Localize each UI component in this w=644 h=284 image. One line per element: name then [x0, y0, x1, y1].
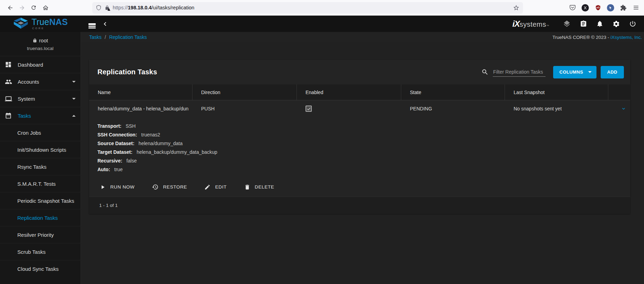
brand-core-label: CORE	[32, 27, 68, 30]
sidebar-item-rsync-tasks[interactable]: Rsync Tasks	[0, 158, 80, 175]
trash-icon	[244, 184, 250, 190]
sidebar-item-replication-tasks[interactable]: Replication Tasks	[0, 209, 80, 226]
column-header-last-snapshot[interactable]: Last Snapshot	[505, 84, 608, 100]
pagination-range: 1 - 1 of 1	[99, 203, 118, 208]
sidebar-item-system[interactable]: System	[0, 90, 80, 107]
truenas-logo: TrueNAS CORE	[0, 17, 81, 31]
pocket-extension-icon[interactable]	[569, 4, 576, 11]
browser-toolbar: https://198.18.0.4/ui/tasks/replication …	[0, 0, 644, 16]
play-icon	[100, 184, 106, 190]
back-arrow-icon	[7, 5, 14, 11]
settings-button[interactable]	[612, 20, 620, 28]
add-button[interactable]: ADD	[601, 66, 624, 78]
url-text[interactable]: https://198.18.0.4/ui/tasks/replication	[113, 5, 510, 10]
column-header-direction[interactable]: Direction	[192, 84, 297, 100]
delete-button[interactable]: DELETE	[244, 184, 274, 190]
cell-enabled	[297, 106, 401, 112]
sidebar-item-cron-jobs[interactable]: Cron Jobs	[0, 124, 80, 141]
ix-logo-text: systems	[520, 20, 546, 28]
sidebar-item-init-shutdown-scripts[interactable]: Init/Shutdown Scripts	[0, 141, 80, 158]
lock-icon[interactable]	[105, 5, 110, 10]
sidebar-user-block: root truenas.local	[0, 32, 80, 56]
collapse-chevron-button[interactable]	[101, 20, 109, 28]
browser-back-button[interactable]	[4, 2, 16, 14]
table-row[interactable]: helena/dummy_data - helena_backup/dun PU…	[89, 100, 630, 117]
copyright-notice: TrueNAS CORE® © 2023 - iXsystems, Inc.	[552, 35, 642, 40]
detail-source-dataset: Source Dataset:helena/dummy_data	[97, 139, 622, 148]
columns-button[interactable]: COLUMNS	[553, 66, 596, 78]
pagination-bar: 1 - 1 of 1	[89, 197, 630, 214]
sidebar-item-accounts[interactable]: Accounts	[0, 73, 80, 90]
clipboard-icon	[580, 20, 587, 27]
brand-nas: NAS	[49, 17, 68, 27]
power-button[interactable]	[629, 20, 636, 27]
extensions-puzzle-icon[interactable]	[619, 4, 627, 11]
browser-home-button[interactable]	[40, 2, 51, 14]
chevron-down-icon	[621, 106, 626, 111]
notifications-button[interactable]	[596, 20, 603, 27]
breadcrumb-tasks-link[interactable]: Tasks	[89, 34, 102, 40]
ublock-extension-icon[interactable]: uO	[594, 4, 602, 11]
breadcrumb-separator: /	[102, 34, 109, 40]
detail-recursive: Recursive:false	[97, 157, 622, 165]
browser-menu-icon[interactable]	[632, 4, 640, 11]
edit-button[interactable]: EDIT	[204, 184, 226, 190]
detail-ssh-connection: SSH Connection:truenas2	[97, 131, 622, 139]
lock-icon	[33, 38, 37, 43]
restore-button[interactable]: RESTORE	[152, 184, 187, 190]
column-header-enabled[interactable]: Enabled	[297, 84, 401, 100]
copyright-text: TrueNAS CORE® © 2023 -	[552, 35, 610, 40]
url-scheme: https://	[113, 5, 128, 10]
lock-warning-badge	[108, 8, 110, 11]
shield-icon[interactable]	[96, 5, 102, 11]
hostname: truenas.local	[0, 46, 80, 51]
row-details: Transport:SSH SSH Connection:truenas2 So…	[89, 117, 630, 180]
row-expand-button[interactable]	[608, 106, 630, 111]
cell-state: PENDING	[401, 106, 505, 111]
cell-last-snapshot: No snapshots sent yet	[505, 106, 608, 111]
browser-forward-button[interactable]	[16, 2, 28, 14]
ixsystems-link[interactable]: iXsystems, Inc.	[610, 35, 642, 40]
jobs-button[interactable]	[580, 20, 587, 27]
sidebar-item-dashboard[interactable]: Dashboard	[0, 56, 80, 73]
breadcrumb: Tasks/Replication Tasks	[89, 34, 147, 40]
sidebar-item-smart-tests[interactable]: S.M.A.R.T. Tests	[0, 175, 80, 192]
sidebar-item-periodic-snapshot-tasks[interactable]: Periodic Snapshot Tasks	[0, 192, 80, 209]
run-now-button[interactable]: RUN NOW	[100, 184, 135, 190]
chevron-down-icon	[72, 81, 76, 83]
cursor-extension-icon[interactable]	[607, 4, 614, 11]
ix-logo-mark: iX	[512, 19, 520, 29]
dark-extension-icon[interactable]	[582, 4, 589, 11]
bookmark-star-icon[interactable]	[513, 5, 520, 11]
username: root	[39, 37, 48, 43]
home-icon	[42, 5, 49, 11]
truecommand-icon	[563, 20, 571, 28]
breadcrumb-bar: Tasks/Replication Tasks TrueNAS CORE® © …	[81, 32, 644, 42]
filter-input[interactable]	[493, 67, 546, 77]
cell-direction: PUSH	[192, 106, 297, 111]
sidebar-item-resilver-priority[interactable]: Resilver Priority	[0, 226, 80, 243]
url-bar[interactable]: https://198.18.0.4/ui/tasks/replication	[92, 2, 523, 14]
sidebar-item-tasks[interactable]: Tasks	[0, 107, 80, 124]
enabled-checkbox[interactable]	[306, 106, 312, 112]
breadcrumb-replication-tasks-link[interactable]: Replication Tasks	[109, 34, 147, 40]
sidenav-toggle-button[interactable]	[88, 23, 96, 25]
chevron-left-icon	[101, 20, 109, 28]
truecommand-button[interactable]	[563, 20, 571, 28]
column-header-expand	[608, 84, 630, 100]
cell-name: helena/dummy_data - helena_backup/dun	[89, 106, 192, 111]
url-host: 198.18.0.4	[128, 5, 152, 10]
check-icon	[307, 107, 311, 111]
chevron-down-icon	[72, 98, 76, 100]
detail-target-dataset: Target Dataset:helena_backup/dummy_data_…	[97, 148, 622, 157]
reload-icon	[31, 5, 37, 11]
column-header-state[interactable]: State	[401, 84, 505, 100]
sidebar-item-scrub-tasks[interactable]: Scrub Tasks	[0, 243, 80, 260]
sidebar-item-cloud-sync-tasks[interactable]: Cloud Sync Tasks	[0, 260, 80, 277]
truenas-logo-icon	[13, 17, 28, 31]
browser-reload-button[interactable]	[28, 2, 40, 14]
card-toolbar: Replication Tasks COLUMNS ADD	[89, 60, 630, 84]
calendar-icon	[5, 112, 12, 119]
column-header-name[interactable]: Name	[89, 84, 192, 100]
page-title: Replication Tasks	[97, 68, 157, 76]
